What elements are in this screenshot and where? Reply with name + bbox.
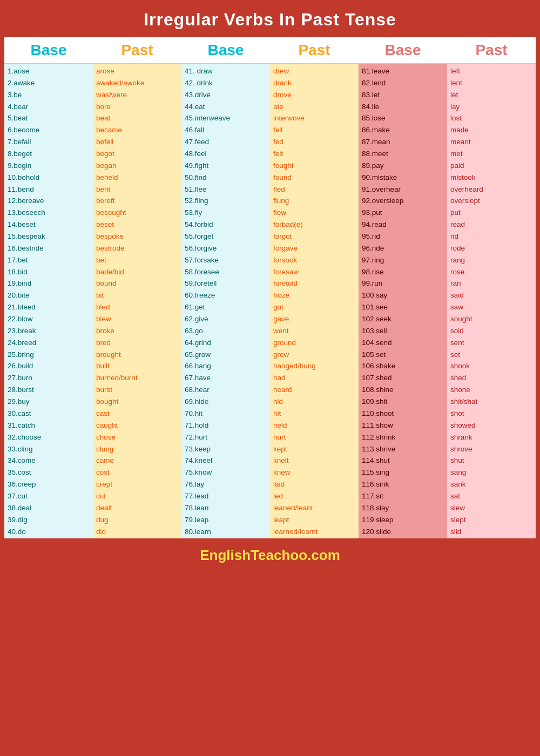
list-item: held	[273, 420, 356, 431]
list-item: burned/burnt	[96, 372, 179, 384]
list-item: 23.break	[8, 325, 91, 337]
list-item: let	[450, 89, 534, 101]
list-item: 75.know	[185, 467, 268, 478]
list-item: 102.seek	[362, 313, 445, 325]
list-item: ground	[273, 337, 356, 349]
list-item: beat	[96, 112, 179, 124]
list-item: shut	[450, 455, 534, 467]
list-item: 8.beget	[8, 148, 91, 160]
list-item: shook	[450, 360, 534, 372]
page: Irregular Verbs In Past Tense Base Past …	[0, 0, 540, 572]
table-wrapper: Base Past Base Past Base Past 1.arise2.a…	[4, 37, 536, 538]
list-item: sat	[450, 490, 534, 502]
list-item: kept	[273, 443, 356, 455]
list-item: caught	[96, 420, 179, 431]
footer: EnglishTeachoo.com	[0, 538, 540, 572]
list-item: 58.foresee	[185, 266, 268, 278]
list-item: shone	[450, 384, 534, 396]
list-item: chose	[96, 431, 179, 443]
list-item: 47.feed	[185, 136, 268, 148]
list-item: 115.sing	[362, 467, 445, 478]
list-item: befell	[96, 136, 179, 148]
list-item: lost	[450, 112, 534, 124]
list-item: 27.burn	[8, 372, 91, 384]
list-item: 72.hurt	[185, 431, 268, 443]
list-item: 100.say	[362, 289, 445, 301]
list-item: 71.hold	[185, 420, 268, 431]
list-item: had	[273, 372, 356, 384]
list-item: 117.sit	[362, 490, 445, 502]
list-item: 103.sell	[362, 325, 445, 337]
list-item: bred	[96, 337, 179, 349]
list-item: 98.rise	[362, 266, 445, 278]
list-item: 73.keep	[185, 443, 268, 455]
list-item: lent	[450, 77, 534, 89]
list-item: foretold	[273, 278, 356, 289]
list-item: 52.fling	[185, 195, 268, 207]
list-item: 92.oversleep	[362, 195, 445, 207]
list-item: 33.cling	[8, 443, 91, 455]
list-item: 104.send	[362, 337, 445, 349]
list-item: forsook	[273, 254, 356, 266]
list-item: 110.shoot	[362, 408, 445, 420]
list-item: bespoke	[96, 231, 179, 242]
list-item: 69.hide	[185, 396, 268, 408]
list-item: slew	[450, 502, 534, 514]
list-item: flew	[273, 207, 356, 219]
col-header-past1: Past	[93, 37, 181, 64]
col-header-base3: Base	[359, 37, 447, 64]
list-item: 107.shed	[362, 372, 445, 384]
list-item: 48.feel	[185, 148, 268, 160]
list-item: 99.run	[362, 278, 445, 289]
list-item: 19.bind	[8, 278, 91, 289]
list-item: 78.lean	[185, 502, 268, 514]
list-item: 49.fight	[185, 160, 268, 172]
list-item: fled	[273, 184, 356, 195]
list-item: leapt	[273, 514, 356, 526]
list-item: 5.beat	[8, 112, 91, 124]
list-item: bent	[96, 184, 179, 195]
list-item: 70.hit	[185, 408, 268, 420]
list-item: slept	[450, 514, 534, 526]
list-item: got	[273, 301, 356, 313]
list-item: 6.become	[8, 124, 91, 136]
list-item: forbad(e)	[273, 219, 356, 231]
list-item: drank	[273, 77, 356, 89]
list-item: rode	[450, 242, 534, 254]
list-item: ran	[450, 278, 534, 289]
list-item: gave	[273, 313, 356, 325]
list-item: learned/learnt	[273, 526, 356, 538]
list-item: cut	[96, 490, 179, 502]
list-item: 84.lie	[362, 101, 445, 113]
list-item: 119.sleep	[362, 514, 445, 526]
list-item: dealt	[96, 502, 179, 514]
col-header-base2: Base	[181, 37, 270, 64]
list-item: bore	[96, 101, 179, 113]
list-item: 1.arise	[8, 65, 91, 77]
list-item: beheld	[96, 172, 179, 184]
list-item: begot	[96, 148, 179, 160]
list-item: put	[450, 207, 534, 219]
list-item: 76.lay	[185, 478, 268, 490]
list-item: 67.have	[185, 372, 268, 384]
list-item: 51.flee	[185, 184, 268, 195]
list-item: hit	[273, 408, 356, 420]
list-item: arose	[96, 65, 179, 77]
list-item: 46.fall	[185, 124, 268, 136]
list-item: 85.lose	[362, 112, 445, 124]
col-past2: drewdrankdroveateinterwovefellfedfeltfou…	[270, 64, 359, 538]
list-item: 97.ring	[362, 254, 445, 266]
list-item: 31.catch	[8, 420, 91, 431]
list-item: shrank	[450, 431, 534, 443]
list-item: 50.find	[185, 172, 268, 184]
list-item: 16.bestride	[8, 242, 91, 254]
list-item: 68.hear	[185, 384, 268, 396]
list-item: 101.see	[362, 301, 445, 313]
list-item: built	[96, 360, 179, 372]
list-item: was/were	[96, 89, 179, 101]
list-item: read	[450, 219, 534, 231]
list-item: shit/shat	[450, 396, 534, 408]
list-item: 35.cost	[8, 467, 91, 478]
list-item: 3.be	[8, 89, 91, 101]
col-base3: 81.leave82.lend83.let84.lie85.lose86.mak…	[359, 64, 447, 538]
